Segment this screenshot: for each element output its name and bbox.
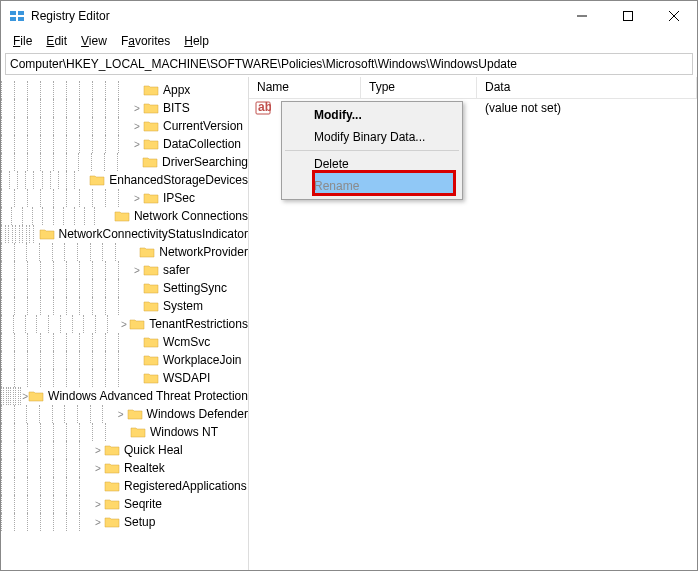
tree-item-label: Windows Defender: [147, 407, 248, 421]
tree-item[interactable]: SettingSync: [1, 279, 248, 297]
tree-item-label: WcmSvc: [163, 335, 210, 349]
tree-item-label: SettingSync: [163, 281, 227, 295]
tree-item[interactable]: >Windows Defender: [1, 405, 248, 423]
tree-item-label: Network Connections: [134, 209, 248, 223]
column-data[interactable]: Data: [477, 77, 697, 98]
menu-help[interactable]: Help: [178, 32, 215, 50]
tree-item-label: Setup: [124, 515, 155, 529]
tree-item-label: DriverSearching: [162, 155, 248, 169]
tree-item-label: System: [163, 299, 203, 313]
svg-rect-3: [18, 17, 24, 21]
svg-rect-1: [18, 11, 24, 15]
tree-item[interactable]: >Realtek: [1, 459, 248, 477]
tree-item-label: NetworkProvider: [159, 245, 248, 259]
tree-item[interactable]: EnhancedStorageDevices: [1, 171, 248, 189]
tree-item[interactable]: >IPSec: [1, 189, 248, 207]
tree-item-label: RegisteredApplications: [124, 479, 247, 493]
context-delete[interactable]: Delete: [284, 153, 460, 175]
expander-icon[interactable]: >: [131, 139, 143, 150]
tree-item[interactable]: >CurrentVersion: [1, 117, 248, 135]
tree-item[interactable]: System: [1, 297, 248, 315]
context-menu: Modify... Modify Binary Data... Delete R…: [281, 101, 463, 200]
tree-item-label: Realtek: [124, 461, 165, 475]
tree-item[interactable]: Network Connections: [1, 207, 248, 225]
tree-item[interactable]: WcmSvc: [1, 333, 248, 351]
tree-item[interactable]: NetworkConnectivityStatusIndicator: [1, 225, 248, 243]
tree-item[interactable]: Windows NT: [1, 423, 248, 441]
svg-rect-0: [10, 11, 16, 15]
expander-icon[interactable]: >: [92, 463, 104, 474]
tree-item-label: WorkplaceJoin: [163, 353, 241, 367]
tree-item[interactable]: RegisteredApplications: [1, 477, 248, 495]
tree-item[interactable]: Appx: [1, 81, 248, 99]
window-title: Registry Editor: [31, 9, 559, 23]
tree-item[interactable]: >Quick Heal: [1, 441, 248, 459]
maximize-button[interactable]: [605, 1, 651, 31]
expander-icon[interactable]: >: [92, 517, 104, 528]
expander-icon[interactable]: >: [115, 409, 127, 420]
list-pane[interactable]: Name Type Data ab (value not set) Modify…: [249, 77, 697, 570]
tree-item-label: BITS: [163, 101, 190, 115]
tree-item[interactable]: >Windows Advanced Threat Protection: [1, 387, 248, 405]
menu-view[interactable]: View: [75, 32, 113, 50]
registry-editor-icon: [9, 8, 25, 24]
tree-item-label: Appx: [163, 83, 190, 97]
svg-rect-5: [624, 12, 633, 21]
tree-item[interactable]: NetworkProvider: [1, 243, 248, 261]
close-button[interactable]: [651, 1, 697, 31]
expander-icon[interactable]: >: [119, 319, 130, 330]
tree-item-label: IPSec: [163, 191, 195, 205]
list-cell-data: (value not set): [477, 100, 697, 116]
tree-item[interactable]: >safer: [1, 261, 248, 279]
expander-icon[interactable]: >: [131, 121, 143, 132]
expander-icon[interactable]: >: [131, 103, 143, 114]
tree-item[interactable]: WSDAPI: [1, 369, 248, 387]
tree-item-label: Seqrite: [124, 497, 162, 511]
window-controls: [559, 1, 697, 31]
expander-icon[interactable]: >: [131, 193, 143, 204]
tree-item-label: WSDAPI: [163, 371, 210, 385]
tree-item-label: Windows Advanced Threat Protection: [48, 389, 248, 403]
context-modify-binary[interactable]: Modify Binary Data...: [284, 126, 460, 148]
column-type[interactable]: Type: [361, 77, 477, 98]
tree-item-label: DataCollection: [163, 137, 241, 151]
context-modify[interactable]: Modify...: [284, 104, 460, 126]
expander-icon[interactable]: >: [92, 445, 104, 456]
tree-item[interactable]: >Setup: [1, 513, 248, 531]
expander-icon[interactable]: >: [131, 265, 143, 276]
reg-string-icon: ab: [255, 101, 271, 115]
context-separator: [285, 150, 459, 151]
list-header: Name Type Data: [249, 77, 697, 99]
svg-rect-2: [10, 17, 16, 21]
menubar: File Edit View Favorites Help: [1, 31, 697, 51]
tree-item-label: Quick Heal: [124, 443, 183, 457]
tree-item-label: CurrentVersion: [163, 119, 243, 133]
tree-item[interactable]: >BITS: [1, 99, 248, 117]
minimize-button[interactable]: [559, 1, 605, 31]
tree-item-label: TenantRestrictions: [149, 317, 248, 331]
tree-item[interactable]: >TenantRestrictions: [1, 315, 248, 333]
tree-item[interactable]: WorkplaceJoin: [1, 351, 248, 369]
svg-text:ab: ab: [258, 101, 271, 114]
tree-item-label: Windows NT: [150, 425, 218, 439]
menu-favorites[interactable]: Favorites: [115, 32, 176, 50]
menu-edit[interactable]: Edit: [40, 32, 73, 50]
menu-file[interactable]: File: [7, 32, 38, 50]
tree-item-label: safer: [163, 263, 190, 277]
expander-icon[interactable]: >: [92, 499, 104, 510]
tree-pane[interactable]: Appx>BITS>CurrentVersion>DataCollectionD…: [1, 77, 249, 570]
tree-item[interactable]: >DataCollection: [1, 135, 248, 153]
tree-item[interactable]: >Seqrite: [1, 495, 248, 513]
context-rename[interactable]: Rename: [284, 175, 460, 197]
tree-item[interactable]: DriverSearching: [1, 153, 248, 171]
address-bar[interactable]: Computer\HKEY_LOCAL_MACHINE\SOFTWARE\Pol…: [5, 53, 693, 75]
column-name[interactable]: Name: [249, 77, 361, 98]
tree-item-label: NetworkConnectivityStatusIndicator: [59, 227, 248, 241]
titlebar: Registry Editor: [1, 1, 697, 31]
tree-item-label: EnhancedStorageDevices: [109, 173, 248, 187]
